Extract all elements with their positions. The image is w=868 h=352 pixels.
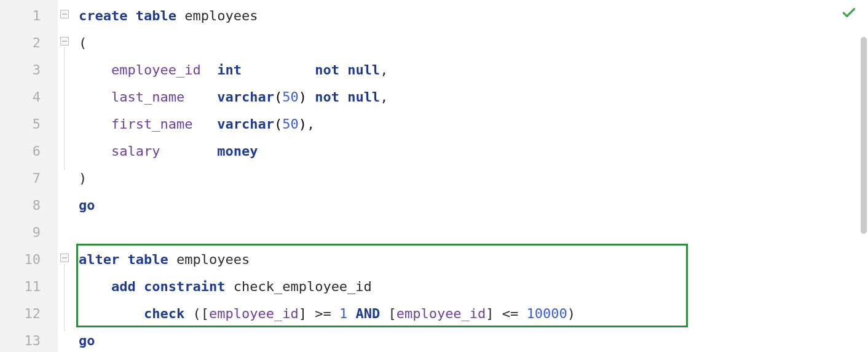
- column-ref: employee_id: [209, 306, 299, 321]
- comma: ,: [380, 89, 388, 105]
- bracket: [: [201, 306, 209, 321]
- column-ref: employee_id: [397, 306, 486, 321]
- comma: ,: [307, 116, 315, 132]
- line-number: 8: [0, 192, 58, 219]
- code-line[interactable]: check ([employee_id] >= 1 AND [employee_…: [76, 300, 868, 327]
- line-number: 13: [0, 327, 58, 352]
- column-name: last_name: [111, 89, 184, 105]
- code-line[interactable]: alter table employees: [76, 246, 868, 273]
- code-line[interactable]: employee_id int not null,: [76, 57, 868, 84]
- code-line[interactable]: first_name varchar(50),: [76, 111, 868, 138]
- table-name: employees: [184, 8, 258, 23]
- bracket: [: [388, 306, 396, 321]
- fold-guide: [64, 263, 65, 331]
- keyword-notnull: not null: [315, 62, 380, 78]
- keyword-create: create: [79, 8, 127, 23]
- code-line[interactable]: salary money: [76, 138, 868, 165]
- operator: >=: [315, 306, 331, 321]
- code-line[interactable]: (: [76, 30, 868, 57]
- column-name: first_name: [111, 116, 192, 132]
- line-number: 5: [0, 111, 58, 138]
- code-line[interactable]: go: [76, 192, 868, 219]
- line-number: 11: [0, 273, 58, 300]
- fold-column: [58, 0, 76, 352]
- keyword-table: table: [136, 8, 176, 23]
- column-name: salary: [111, 143, 160, 159]
- operator: <=: [502, 306, 519, 321]
- column-name: employee_id: [111, 62, 201, 78]
- type-varchar: varchar: [217, 89, 274, 105]
- keyword-check: check: [144, 306, 184, 321]
- code-line[interactable]: add constraint check_employee_id: [76, 273, 868, 300]
- line-number: 6: [0, 138, 58, 165]
- number-literal: 10000: [527, 306, 567, 321]
- code-area[interactable]: create table employees ( employee_id int…: [76, 0, 868, 352]
- keyword-go: go: [79, 198, 95, 213]
- paren-close: ): [567, 306, 575, 321]
- keyword-alter: alter: [79, 252, 119, 267]
- editor: 1 2 3 4 5 6 7 8 9 10 11 12 13 create tab…: [0, 0, 868, 352]
- line-number: 2: [0, 30, 58, 57]
- keyword-go: go: [79, 333, 95, 348]
- type-int: int: [217, 62, 242, 78]
- code-line[interactable]: last_name varchar(50) not null,: [76, 84, 868, 111]
- check-icon[interactable]: [841, 5, 857, 24]
- keyword-and: AND: [355, 306, 380, 321]
- number-literal: 50: [282, 116, 299, 132]
- comma: ,: [380, 62, 388, 78]
- line-number: 10: [0, 246, 58, 273]
- line-number: 12: [0, 300, 58, 327]
- fold-toggle-icon[interactable]: [60, 37, 69, 46]
- fold-toggle-icon[interactable]: [60, 10, 69, 18]
- number-literal: 1: [339, 306, 347, 321]
- line-number: 9: [0, 219, 58, 246]
- code-line[interactable]: create table employees: [76, 2, 868, 30]
- constraint-name: check_employee_id: [234, 279, 372, 294]
- keyword-add: add: [111, 279, 136, 294]
- vertical-scrollbar[interactable]: [861, 37, 867, 234]
- line-number: 7: [0, 165, 58, 192]
- paren-open: (: [192, 306, 200, 321]
- keyword-constraint: constraint: [144, 279, 225, 294]
- bracket: ]: [299, 306, 307, 321]
- type-varchar: varchar: [217, 116, 274, 132]
- line-number-gutter: 1 2 3 4 5 6 7 8 9 10 11 12 13: [0, 0, 58, 352]
- code-line[interactable]: ): [76, 165, 868, 192]
- line-number: 4: [0, 84, 58, 111]
- type-money: money: [217, 143, 258, 159]
- table-name: employees: [176, 252, 250, 267]
- keyword-table: table: [127, 252, 168, 267]
- bracket: ]: [486, 306, 494, 321]
- paren-open: (: [79, 35, 87, 50]
- fold-toggle-icon[interactable]: [60, 254, 69, 262]
- paren-close: ): [79, 170, 87, 186]
- keyword-notnull: not null: [315, 89, 380, 105]
- fold-guide: [64, 47, 65, 170]
- code-line[interactable]: go: [76, 327, 868, 352]
- line-number: 3: [0, 57, 58, 84]
- number-literal: 50: [282, 89, 299, 105]
- code-line[interactable]: [76, 219, 868, 246]
- line-number: 1: [0, 2, 58, 30]
